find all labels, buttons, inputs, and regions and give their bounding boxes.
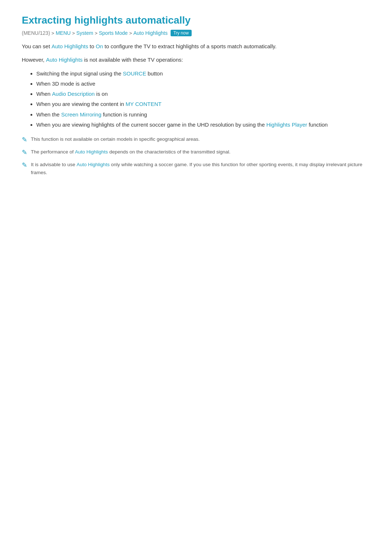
list-item: When the Screen Mirroring function is ru…	[36, 110, 370, 119]
intro1-after: to configure the TV to extract highlight…	[103, 43, 277, 49]
note-item-2: ✎ It is advisable to use Auto Highlights…	[22, 161, 370, 176]
intro2-after: is not available with these TV operation…	[83, 57, 183, 63]
pencil-icon-1: ✎	[22, 148, 27, 156]
breadcrumb-chevron-4: >	[129, 30, 132, 36]
pencil-icon-0: ✎	[22, 136, 27, 144]
list-item: When Audio Description is on	[36, 89, 370, 99]
breadcrumb-menu123: (MENU/123)	[22, 30, 50, 36]
intro2-before: However,	[22, 57, 46, 63]
breadcrumb-chevron-3: >	[95, 30, 98, 36]
bullet-before-2: When	[36, 91, 52, 97]
bullet-after-0: button	[146, 70, 163, 77]
notes-section: ✎ This function is not available on cert…	[22, 135, 370, 176]
list-item: When you are viewing highlights of the c…	[36, 120, 370, 130]
note1-after: depends on the characteristics of the tr…	[108, 149, 230, 155]
breadcrumb-chevron-1: >	[52, 30, 54, 36]
intro1-before1: You can set	[22, 43, 52, 49]
note-text-0: This function is not available on certai…	[31, 135, 200, 143]
bullet-before-3: When you are viewing the content in	[36, 101, 126, 107]
bullet-link-4: Screen Mirroring	[61, 111, 101, 118]
bullet-link-3: MY CONTENT	[126, 101, 162, 107]
bullet-after-4: function is running	[101, 111, 147, 118]
intro-paragraph-2: However, Auto Highlights is not availabl…	[22, 56, 370, 65]
list-item: When you are viewing the content in MY C…	[36, 99, 370, 109]
list-item: When 3D mode is active	[36, 79, 370, 89]
breadcrumb-auto-highlights-link[interactable]: Auto Highlights	[133, 30, 167, 36]
breadcrumb-sports-mode-link[interactable]: Sports Mode	[99, 30, 128, 36]
bullet-link-0: SOURCE	[123, 70, 146, 77]
bullet-after-5: function	[307, 122, 328, 128]
intro2-link: Auto Highlights	[46, 57, 83, 63]
list-item: Switching the input signal using the SOU…	[36, 69, 370, 78]
bullet-text-1: When 3D mode is active	[36, 81, 95, 87]
intro1-before2: to	[88, 43, 96, 49]
note-text-2: It is advisable to use Auto Highlights o…	[31, 161, 370, 176]
bullet-link-5: Highlights Player	[266, 122, 307, 128]
bullet-list: Switching the input signal using the SOU…	[36, 69, 370, 130]
note2-link: Auto Highlights	[77, 162, 110, 167]
page-title: Extracting highlights automatically	[22, 15, 370, 26]
bullet-before-4: When the	[36, 111, 61, 118]
note1-before: The performance of	[31, 149, 75, 155]
bullet-before-0: Switching the input signal using the	[36, 70, 123, 77]
breadcrumb-menu-link[interactable]: MENU	[56, 30, 70, 36]
intro-paragraph-1: You can set Auto Highlights to On to con…	[22, 42, 370, 51]
note-item-0: ✎ This function is not available on cert…	[22, 135, 370, 144]
bullet-link-2: Audio Description	[52, 91, 95, 97]
bullet-before-5: When you are viewing highlights of the c…	[36, 122, 266, 128]
note1-link: Auto Highlights	[75, 149, 108, 155]
note-item-1: ✎ The performance of Auto Highlights dep…	[22, 148, 370, 156]
breadcrumb-system-link[interactable]: System	[76, 30, 93, 36]
note-text-1: The performance of Auto Highlights depen…	[31, 148, 230, 156]
bullet-after-2: is on	[95, 91, 108, 97]
pencil-icon-2: ✎	[22, 161, 27, 169]
try-now-badge[interactable]: Try now	[171, 30, 192, 36]
breadcrumb: (MENU/123) > MENU > System > Sports Mode…	[22, 30, 370, 36]
note2-before: It is advisable to use	[31, 162, 77, 167]
intro1-link1: Auto Highlights	[52, 43, 88, 49]
breadcrumb-chevron-2: >	[72, 30, 75, 36]
intro1-link2: On	[96, 43, 103, 49]
